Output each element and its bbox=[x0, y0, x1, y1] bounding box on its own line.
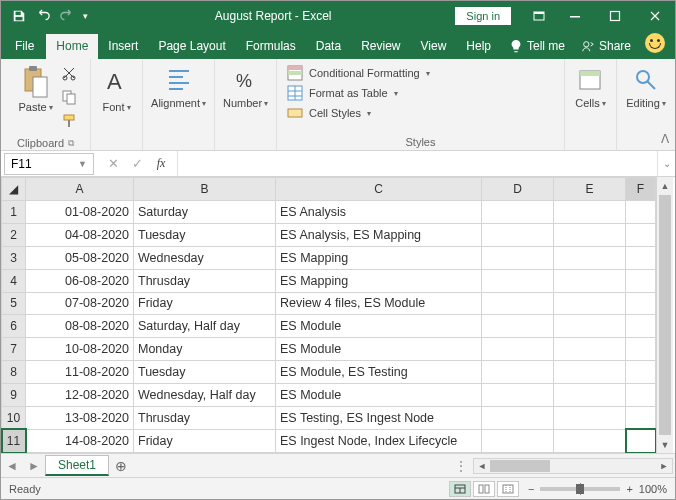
cell[interactable] bbox=[482, 407, 554, 430]
col-header-a[interactable]: A bbox=[26, 178, 134, 201]
vertical-scrollbar[interactable]: ▲ ▼ bbox=[656, 177, 673, 453]
cell[interactable] bbox=[482, 269, 554, 292]
cell[interactable]: Thrusday bbox=[134, 269, 276, 292]
cell[interactable] bbox=[554, 384, 626, 407]
cell[interactable]: 12-08-2020 bbox=[26, 384, 134, 407]
cell[interactable] bbox=[554, 315, 626, 338]
row-header[interactable]: 4 bbox=[2, 269, 26, 292]
cell[interactable]: ES Analysis bbox=[276, 200, 482, 223]
worksheet-grid[interactable]: ◢ A B C D E F 101-08-2020SaturdayES Anal… bbox=[1, 177, 675, 453]
maximize-button[interactable] bbox=[595, 1, 635, 31]
cell[interactable]: ES Analysis, ES Mapping bbox=[276, 223, 482, 246]
cell[interactable]: 05-08-2020 bbox=[26, 246, 134, 269]
qat-customize[interactable]: ▾ bbox=[79, 4, 91, 28]
expand-formula-bar[interactable]: ⌄ bbox=[657, 151, 675, 176]
cell-styles-button[interactable]: Cell Styles▾ bbox=[287, 105, 430, 121]
cell[interactable] bbox=[482, 246, 554, 269]
cell[interactable] bbox=[482, 429, 554, 452]
cell[interactable]: 14-08-2020 bbox=[26, 429, 134, 452]
row-header[interactable]: 5 bbox=[2, 292, 26, 315]
row-header[interactable]: 8 bbox=[2, 361, 26, 384]
cell[interactable]: Tuesday bbox=[134, 223, 276, 246]
tab-help[interactable]: Help bbox=[456, 34, 501, 59]
cell[interactable] bbox=[554, 361, 626, 384]
close-button[interactable] bbox=[635, 1, 675, 31]
minimize-button[interactable] bbox=[555, 1, 595, 31]
cell[interactable] bbox=[554, 292, 626, 315]
col-header-f[interactable]: F bbox=[626, 178, 656, 201]
redo-button[interactable] bbox=[55, 4, 79, 28]
cell[interactable]: ES Mapping bbox=[276, 246, 482, 269]
cell[interactable] bbox=[626, 361, 656, 384]
cut-icon[interactable] bbox=[61, 65, 77, 85]
row-header[interactable]: 2 bbox=[2, 223, 26, 246]
cell[interactable]: Tuesday bbox=[134, 361, 276, 384]
cell[interactable] bbox=[626, 269, 656, 292]
vscroll-thumb[interactable] bbox=[659, 195, 671, 435]
save-button[interactable] bbox=[7, 4, 31, 28]
undo-button[interactable] bbox=[31, 4, 55, 28]
cell[interactable]: ES Module, ES Testing bbox=[276, 361, 482, 384]
cancel-formula-icon[interactable]: ✕ bbox=[101, 156, 125, 171]
tab-review[interactable]: Review bbox=[351, 34, 410, 59]
cell[interactable]: 04-08-2020 bbox=[26, 223, 134, 246]
collapse-ribbon-icon[interactable]: ᐱ bbox=[661, 132, 669, 146]
cell[interactable] bbox=[482, 315, 554, 338]
tab-file[interactable]: File bbox=[3, 34, 46, 59]
cell[interactable]: 06-08-2020 bbox=[26, 269, 134, 292]
tab-view[interactable]: View bbox=[411, 34, 457, 59]
row-header[interactable]: 7 bbox=[2, 338, 26, 361]
cell[interactable]: Friday bbox=[134, 429, 276, 452]
cell[interactable] bbox=[626, 223, 656, 246]
cell[interactable] bbox=[482, 223, 554, 246]
paste-button[interactable]: Paste▾ bbox=[12, 61, 58, 117]
sheet-tab-sheet1[interactable]: Sheet1 bbox=[45, 455, 109, 476]
sheet-nav-prev[interactable]: ◄ bbox=[1, 459, 23, 473]
page-layout-view-button[interactable] bbox=[473, 481, 495, 497]
cell[interactable] bbox=[482, 361, 554, 384]
sign-in-button[interactable]: Sign in bbox=[455, 7, 511, 25]
cell[interactable] bbox=[482, 200, 554, 223]
cell[interactable]: Wednesday bbox=[134, 246, 276, 269]
cell[interactable] bbox=[482, 384, 554, 407]
number-button[interactable]: %Number▾ bbox=[217, 61, 274, 113]
cell[interactable] bbox=[626, 384, 656, 407]
cell[interactable] bbox=[626, 246, 656, 269]
tab-page-layout[interactable]: Page Layout bbox=[148, 34, 235, 59]
cell[interactable] bbox=[554, 429, 626, 452]
sheet-nav-next[interactable]: ► bbox=[23, 459, 45, 473]
cell[interactable]: ES Module bbox=[276, 338, 482, 361]
col-header-d[interactable]: D bbox=[482, 178, 554, 201]
cells-button[interactable]: Cells▾ bbox=[569, 61, 611, 113]
tab-formulas[interactable]: Formulas bbox=[236, 34, 306, 59]
cell[interactable]: ES Testing, ES Ingest Node bbox=[276, 407, 482, 430]
cell[interactable] bbox=[626, 315, 656, 338]
scroll-right-icon[interactable]: ► bbox=[656, 461, 672, 471]
cell[interactable]: Wednesday, Half day bbox=[134, 384, 276, 407]
format-as-table-button[interactable]: Format as Table▾ bbox=[287, 85, 430, 101]
scroll-down-icon[interactable]: ▼ bbox=[657, 436, 673, 453]
conditional-formatting-button[interactable]: Conditional Formatting▾ bbox=[287, 65, 430, 81]
horizontal-scrollbar[interactable]: ◄ ► bbox=[473, 458, 673, 474]
cell[interactable] bbox=[554, 269, 626, 292]
cell[interactable]: Friday bbox=[134, 292, 276, 315]
cell[interactable] bbox=[554, 246, 626, 269]
cell[interactable] bbox=[554, 223, 626, 246]
name-box[interactable]: F11▼ bbox=[4, 153, 94, 175]
hscroll-thumb[interactable] bbox=[490, 460, 550, 472]
cell[interactable]: 10-08-2020 bbox=[26, 338, 134, 361]
tab-home[interactable]: Home bbox=[46, 34, 98, 59]
row-header[interactable]: 11 bbox=[2, 429, 26, 452]
copy-icon[interactable] bbox=[61, 89, 77, 109]
tab-data[interactable]: Data bbox=[306, 34, 351, 59]
col-header-e[interactable]: E bbox=[554, 178, 626, 201]
normal-view-button[interactable] bbox=[449, 481, 471, 497]
cell[interactable] bbox=[626, 292, 656, 315]
cell[interactable]: 01-08-2020 bbox=[26, 200, 134, 223]
tell-me[interactable]: Tell me bbox=[501, 34, 573, 59]
row-header[interactable]: 10 bbox=[2, 407, 26, 430]
cell[interactable] bbox=[554, 200, 626, 223]
cell[interactable]: Review 4 files, ES Module bbox=[276, 292, 482, 315]
cell[interactable]: 08-08-2020 bbox=[26, 315, 134, 338]
cell[interactable] bbox=[626, 429, 656, 452]
